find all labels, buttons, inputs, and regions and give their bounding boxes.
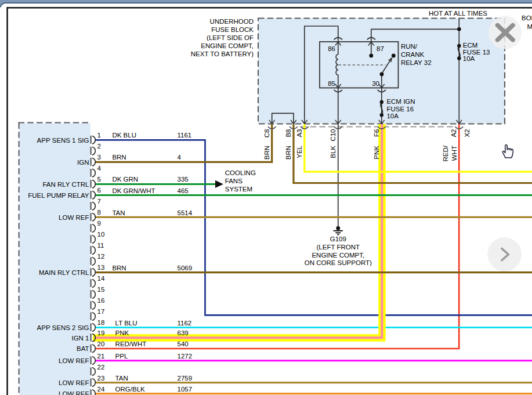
svg-text:C8: C8 xyxy=(263,129,270,138)
svg-text:30: 30 xyxy=(372,80,379,87)
svg-text:LOW REF: LOW REF xyxy=(59,379,89,386)
svg-text:9: 9 xyxy=(97,220,101,227)
svg-text:1161: 1161 xyxy=(178,132,192,139)
svg-text:WHT: WHT xyxy=(451,146,458,161)
svg-text:DK GRN/WHT: DK GRN/WHT xyxy=(112,187,155,194)
svg-text:ENGINE COMPT,: ENGINE COMPT, xyxy=(312,252,364,259)
svg-text:(LEFT SIDE OF: (LEFT SIDE OF xyxy=(207,34,254,41)
svg-text:FUSE 13: FUSE 13 xyxy=(463,49,490,56)
svg-text:COOLING: COOLING xyxy=(225,169,256,176)
svg-text:639: 639 xyxy=(178,329,189,336)
svg-text:FAN RLY CTRL: FAN RLY CTRL xyxy=(42,181,89,188)
svg-text:1272: 1272 xyxy=(178,353,193,360)
svg-text:ENGINE COMPT,: ENGINE COMPT, xyxy=(201,42,254,49)
svg-text:RUN/: RUN/ xyxy=(401,43,418,50)
svg-text:BAT: BAT xyxy=(77,345,89,352)
svg-text:2759: 2759 xyxy=(178,375,193,382)
svg-text:RED/: RED/ xyxy=(442,145,449,161)
svg-text:CRANK: CRANK xyxy=(401,51,425,58)
svg-text:20: 20 xyxy=(97,340,105,347)
svg-text:6: 6 xyxy=(97,187,101,194)
svg-text:BRN: BRN xyxy=(112,264,126,271)
svg-text:A2: A2 xyxy=(450,129,457,137)
svg-text:HOT AT ALL TIMES: HOT AT ALL TIMES xyxy=(429,10,487,17)
svg-text:540: 540 xyxy=(178,340,189,347)
svg-text:ECM: ECM xyxy=(463,42,478,49)
svg-text:DK GRN: DK GRN xyxy=(112,176,138,183)
svg-text:17: 17 xyxy=(97,308,105,315)
svg-text:TAN: TAN xyxy=(115,375,128,382)
svg-text:10A: 10A xyxy=(386,113,399,119)
svg-text:ON CORE SUPPORT): ON CORE SUPPORT) xyxy=(305,259,372,266)
svg-text:X2: X2 xyxy=(464,129,471,137)
svg-text:21: 21 xyxy=(97,353,105,360)
svg-text:5069: 5069 xyxy=(178,264,193,271)
svg-text:16: 16 xyxy=(97,297,105,304)
svg-text:12: 12 xyxy=(97,253,105,260)
svg-text:23: 23 xyxy=(97,375,105,382)
svg-text:10: 10 xyxy=(97,231,105,238)
svg-text:5514: 5514 xyxy=(178,209,193,216)
svg-text:A3: A3 xyxy=(296,129,303,137)
svg-text:LT BLU: LT BLU xyxy=(115,320,137,327)
svg-text:SYSTEM: SYSTEM xyxy=(225,186,252,193)
svg-text:ORG/BLK: ORG/BLK xyxy=(115,386,145,393)
svg-text:1: 1 xyxy=(97,132,101,139)
svg-text:YEL: YEL xyxy=(296,145,303,158)
svg-text:85: 85 xyxy=(328,80,335,87)
svg-text:DK BLU: DK BLU xyxy=(112,132,136,139)
svg-text:1162: 1162 xyxy=(178,320,192,327)
svg-text:LOW REF: LOW REF xyxy=(59,390,89,395)
svg-text:15: 15 xyxy=(97,286,105,293)
svg-text:LOW REF: LOW REF xyxy=(59,214,89,221)
svg-text:PPL: PPL xyxy=(115,353,128,360)
svg-text:BRN: BRN xyxy=(263,146,270,160)
svg-text:(LEFT FRONT: (LEFT FRONT xyxy=(317,244,360,251)
svg-text:NEXT TO BATTERY): NEXT TO BATTERY) xyxy=(191,50,254,57)
svg-text:BOD: BOD xyxy=(522,15,532,21)
svg-text:465: 465 xyxy=(178,187,189,194)
svg-text:IGN 1: IGN 1 xyxy=(71,335,89,342)
svg-text:5: 5 xyxy=(97,176,101,183)
svg-text:PNK: PNK xyxy=(115,329,129,336)
svg-text:10A: 10A xyxy=(463,55,475,62)
svg-text:FANS: FANS xyxy=(225,177,243,184)
svg-text:4: 4 xyxy=(97,165,102,172)
svg-text:22: 22 xyxy=(97,364,105,371)
svg-text:11: 11 xyxy=(97,242,104,249)
svg-text:24: 24 xyxy=(97,386,105,393)
svg-text:4: 4 xyxy=(178,154,182,161)
svg-text:ECM IGN: ECM IGN xyxy=(386,98,415,105)
svg-text:86: 86 xyxy=(328,45,335,52)
svg-text:C10: C10 xyxy=(330,129,336,142)
svg-text:G109: G109 xyxy=(330,235,346,242)
svg-text:87: 87 xyxy=(377,45,384,52)
svg-text:14: 14 xyxy=(97,275,105,282)
svg-text:19: 19 xyxy=(97,329,105,336)
svg-text:IGN: IGN xyxy=(77,159,89,166)
svg-text:RED/WHT: RED/WHT xyxy=(115,340,147,347)
svg-text:18: 18 xyxy=(97,319,105,326)
svg-text:7: 7 xyxy=(97,198,101,205)
svg-text:MAIN RLY CTRL: MAIN RLY CTRL xyxy=(39,269,89,276)
svg-text:BRN: BRN xyxy=(285,146,292,160)
svg-text:APP SENS 2 SIG: APP SENS 2 SIG xyxy=(37,324,89,331)
svg-text:BRN: BRN xyxy=(112,154,126,161)
svg-text:8: 8 xyxy=(97,209,101,216)
svg-text:M: M xyxy=(527,23,532,30)
svg-text:335: 335 xyxy=(178,176,189,183)
svg-text:PNK: PNK xyxy=(373,146,380,160)
svg-text:UNDERHOOD: UNDERHOOD xyxy=(210,18,254,25)
svg-text:1057: 1057 xyxy=(178,386,193,393)
svg-text:APP SENS 1 SIG: APP SENS 1 SIG xyxy=(37,137,89,144)
svg-text:LOW REF: LOW REF xyxy=(59,357,89,364)
svg-text:F6: F6 xyxy=(373,129,380,137)
svg-text:B8: B8 xyxy=(285,129,292,137)
svg-text:FUEL PUMP RELAY: FUEL PUMP RELAY xyxy=(28,192,89,199)
svg-text:TAN: TAN xyxy=(112,209,125,216)
svg-text:RELAY 32: RELAY 32 xyxy=(401,59,432,66)
svg-text:BLK: BLK xyxy=(330,146,336,158)
svg-text:2: 2 xyxy=(97,143,101,150)
svg-text:FUSE BLOCK: FUSE BLOCK xyxy=(211,26,254,33)
svg-text:3: 3 xyxy=(97,154,101,161)
